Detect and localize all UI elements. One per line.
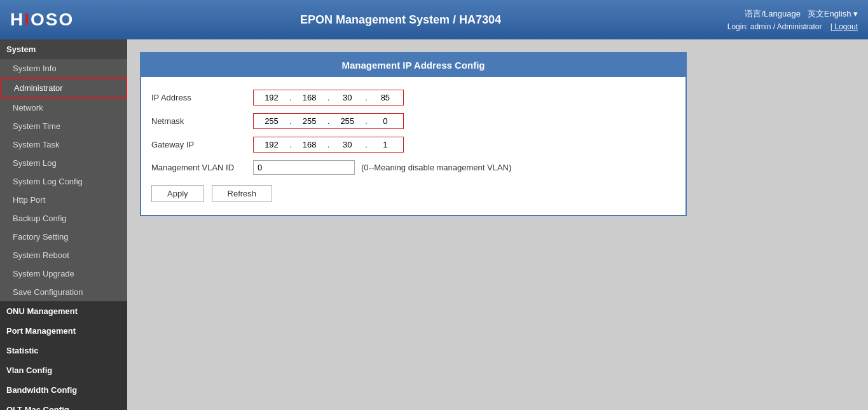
- sidebar-item-system-upgrade[interactable]: System Upgrade: [0, 264, 127, 283]
- header: HIOSO EPON Management System / HA7304 语言…: [0, 0, 868, 39]
- sidebar-group-onu-management[interactable]: ONU Management: [0, 301, 127, 321]
- netmask-octet2[interactable]: [293, 115, 326, 127]
- gateway-label: Gateway IP: [151, 140, 253, 149]
- logo-letter-s: S: [46, 10, 59, 29]
- logo-letter-o2: O: [59, 10, 74, 29]
- sidebar-group-bandwidth-config[interactable]: Bandwidth Config: [0, 380, 127, 400]
- netmask-input-group: . . .: [253, 113, 404, 129]
- ip-dot-2: .: [326, 93, 331, 102]
- header-title: EPON Management System / HA7304: [74, 13, 727, 27]
- logo-letter-o1: O: [31, 10, 46, 29]
- body: System System Info Administrator Network…: [0, 39, 868, 410]
- ip-address-octet3[interactable]: [331, 92, 364, 104]
- gw-dot-3: .: [364, 140, 369, 149]
- gateway-row: Gateway IP . . .: [151, 137, 675, 153]
- config-panel: Management IP Address Config IP Address …: [140, 52, 687, 216]
- config-panel-title: Management IP Address Config: [141, 53, 685, 77]
- sidebar-group-statistic[interactable]: Statistic: [0, 341, 127, 360]
- vlan-row: Management VLAN ID (0--Meaning disable m…: [151, 160, 675, 175]
- vlan-id-input[interactable]: [253, 160, 355, 175]
- apply-button[interactable]: Apply: [151, 185, 204, 202]
- config-panel-body: IP Address . . . Netmask: [141, 77, 685, 215]
- ip-dot-3: .: [364, 93, 369, 102]
- language-selector[interactable]: 语言/Language 英文English ▾: [745, 8, 858, 20]
- netmask-row: Netmask . . .: [151, 113, 675, 129]
- nm-dot-3: .: [364, 116, 369, 126]
- gateway-octet4[interactable]: [369, 139, 402, 151]
- nm-dot-2: .: [326, 116, 331, 126]
- logo: HIOSO: [10, 10, 74, 30]
- sidebar-group-olt-mac-config[interactable]: OLT Mac Config: [0, 400, 127, 410]
- logo-letter-i-red: I: [24, 10, 31, 29]
- ip-dot-1: .: [288, 93, 293, 102]
- sidebar-group-system[interactable]: System: [0, 39, 127, 59]
- gateway-octet1[interactable]: [255, 139, 288, 151]
- logo-letter-h: H: [10, 10, 24, 29]
- netmask-octet1[interactable]: [255, 115, 288, 127]
- refresh-button[interactable]: Refresh: [212, 185, 273, 202]
- sidebar-item-system-time[interactable]: System Time: [0, 117, 127, 135]
- sidebar-item-system-reboot[interactable]: System Reboot: [0, 246, 127, 264]
- logo-area: HIOSO: [10, 10, 74, 30]
- button-row: Apply Refresh: [151, 185, 675, 202]
- sidebar-item-system-log[interactable]: System Log: [0, 154, 127, 172]
- login-text: Login: admin / Administrator: [727, 22, 822, 31]
- nm-dot-1: .: [288, 116, 293, 126]
- gw-dot-2: .: [326, 140, 331, 149]
- netmask-octet4[interactable]: [369, 115, 402, 127]
- sidebar-group-vlan-config[interactable]: Vlan Config: [0, 360, 127, 380]
- sidebar-item-system-info[interactable]: System Info: [0, 59, 127, 78]
- login-info: Login: admin / Administrator | Logout: [727, 22, 858, 31]
- sidebar-item-save-configuration[interactable]: Save Configuration: [0, 283, 127, 301]
- lang-value[interactable]: 英文English ▾: [808, 9, 858, 18]
- ip-address-octet1[interactable]: [255, 92, 288, 104]
- lang-label: 语言/Language: [745, 9, 800, 18]
- sidebar-item-factory-setting[interactable]: Factory Setting: [0, 228, 127, 246]
- sidebar-item-administrator[interactable]: Administrator: [0, 78, 127, 99]
- gateway-input-group: . . .: [253, 137, 404, 153]
- vlan-id-label: Management VLAN ID: [151, 163, 253, 172]
- sidebar-item-network[interactable]: Network: [0, 99, 127, 117]
- sidebar: System System Info Administrator Network…: [0, 39, 127, 410]
- gateway-octet2[interactable]: [293, 139, 326, 151]
- ip-address-row: IP Address . . .: [151, 90, 675, 106]
- sidebar-item-backup-config[interactable]: Backup Config: [0, 209, 127, 228]
- ip-address-input-group: . . .: [253, 90, 404, 106]
- vlan-hint: (0--Meaning disable management VLAN): [361, 163, 511, 172]
- sidebar-item-system-task[interactable]: System Task: [0, 135, 127, 154]
- netmask-label: Netmask: [151, 116, 253, 126]
- ip-address-label: IP Address: [151, 93, 253, 102]
- sidebar-item-http-port[interactable]: Http Port: [0, 191, 127, 209]
- ip-address-octet2[interactable]: [293, 92, 326, 104]
- gw-dot-1: .: [288, 140, 293, 149]
- logout-button[interactable]: | Logout: [830, 22, 858, 31]
- ip-address-octet4[interactable]: [369, 92, 402, 104]
- header-right: 语言/Language 英文English ▾ Login: admin / A…: [727, 8, 858, 31]
- gateway-octet3[interactable]: [331, 139, 364, 151]
- main-content: Management IP Address Config IP Address …: [127, 39, 868, 410]
- sidebar-item-system-log-config[interactable]: System Log Config: [0, 172, 127, 191]
- netmask-octet3[interactable]: [331, 115, 364, 127]
- sidebar-group-port-management[interactable]: Port Management: [0, 321, 127, 341]
